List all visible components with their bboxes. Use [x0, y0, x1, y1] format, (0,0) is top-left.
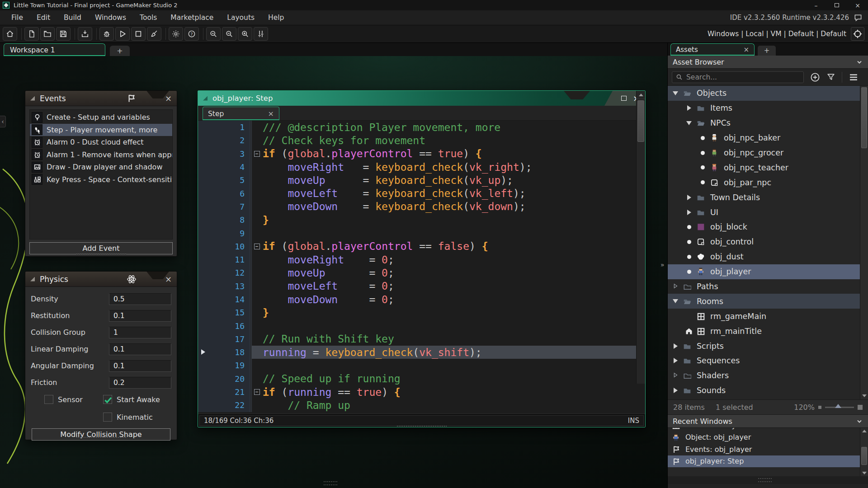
minimize-button[interactable]: –: [806, 0, 826, 10]
physics-field-input[interactable]: 0.1: [109, 360, 171, 372]
code-line[interactable]: 11 moveRight = 0;: [198, 253, 645, 266]
menu-button[interactable]: [849, 72, 859, 82]
breakpoint-margin[interactable]: [198, 253, 227, 266]
code-line[interactable]: 12 moveUp = 0;: [198, 266, 645, 279]
breakpoint-margin[interactable]: [198, 372, 227, 385]
code-line[interactable]: 17// Run with Shift key: [198, 333, 645, 346]
code-line-content[interactable]: [251, 359, 645, 372]
recent-window-item[interactable]: Object: obj_player: [668, 432, 868, 444]
breakpoint-margin[interactable]: [198, 160, 227, 174]
line-number[interactable]: 1: [227, 121, 250, 134]
code-line-content[interactable]: }: [251, 213, 645, 226]
line-number[interactable]: 18: [227, 346, 250, 359]
line-number[interactable]: 15: [227, 306, 250, 319]
line-number[interactable]: 2: [227, 134, 250, 147]
asset-browser-dropdown[interactable]: Asset Browser: [668, 56, 868, 69]
menu-item-edit[interactable]: Edit: [30, 10, 57, 25]
line-number[interactable]: 21: [227, 385, 250, 399]
code-scrollbar[interactable]: [636, 91, 645, 384]
line-number[interactable]: 3: [227, 147, 250, 160]
open-project-button[interactable]: [40, 27, 55, 41]
breakpoint-margin[interactable]: [198, 187, 227, 200]
save-project-button[interactable]: [56, 27, 71, 41]
target-manager-button[interactable]: [851, 27, 864, 41]
kinematic-checkbox[interactable]: [103, 413, 112, 422]
zoom-reset-button[interactable]: [222, 27, 236, 41]
scrollbar-thumb[interactable]: [637, 100, 644, 142]
tree-item-scripts[interactable]: Scripts: [668, 338, 868, 353]
line-number[interactable]: 5: [227, 174, 250, 187]
line-number[interactable]: 22: [227, 399, 250, 412]
tree-arrow-icon[interactable]: [685, 195, 693, 200]
code-line[interactable]: 16: [198, 319, 645, 332]
zoom-slider-thumb[interactable]: [835, 404, 841, 408]
tree-item-obj_par_npc[interactable]: obj_par_npc: [668, 175, 868, 190]
tree-item-rooms[interactable]: Rooms: [668, 294, 868, 309]
tree-arrow-icon[interactable]: [685, 105, 693, 111]
code-line[interactable]: 18running = keyboard_check(vk_shift);: [198, 346, 645, 359]
code-line-content[interactable]: [251, 319, 645, 332]
tree-item-obj_player[interactable]: obj_player: [668, 264, 868, 279]
menu-item-windows[interactable]: Windows: [88, 10, 133, 25]
add-asset-button[interactable]: [810, 72, 820, 82]
breakpoint-margin[interactable]: [198, 147, 227, 160]
panel-expand-handle[interactable]: »: [660, 261, 665, 268]
breakpoint-margin[interactable]: [198, 399, 227, 412]
breakpoint-margin[interactable]: [198, 200, 227, 213]
code-line[interactable]: 2// Check keys for movement: [198, 134, 645, 147]
zoom-slider[interactable]: [825, 407, 854, 408]
breakpoint-margin[interactable]: [198, 174, 227, 187]
code-line[interactable]: 22 // Ramp up: [198, 399, 645, 412]
line-number[interactable]: 20: [227, 372, 250, 385]
recent-scrollbar[interactable]: [860, 428, 868, 476]
collapsed-dock-arrow[interactable]: ‹: [0, 116, 6, 127]
tab-workspace-1[interactable]: Workspace 1: [4, 43, 105, 56]
tree-arrow-icon[interactable]: [671, 299, 679, 303]
line-number[interactable]: 19: [227, 359, 250, 372]
breakpoint-margin[interactable]: [198, 240, 227, 253]
code-line[interactable]: 21−if (running == true) {: [198, 385, 645, 399]
code-line-content[interactable]: [251, 226, 645, 239]
recent-windows-dropdown[interactable]: Recent Windows: [668, 414, 868, 428]
event-item[interactable]: Create - Setup and variables: [30, 111, 172, 124]
event-item[interactable]: Draw - Draw player and shadow: [30, 161, 172, 174]
tree-item-obj_npc_grocer[interactable]: obj_npc_grocer: [668, 145, 868, 160]
tree-item-ui[interactable]: UI: [668, 205, 868, 220]
feedback-chat-icon[interactable]: [854, 13, 863, 22]
add-panel-tab-button[interactable]: +: [758, 46, 776, 56]
code-line-content[interactable]: moveLeft = keyboard_check(vk_left);: [251, 187, 645, 200]
line-number[interactable]: 11: [227, 253, 250, 266]
scroll-down-arrow[interactable]: [862, 394, 867, 397]
line-number[interactable]: 6: [227, 187, 250, 200]
stop-button[interactable]: [131, 27, 146, 41]
zoom-small-icon[interactable]: [818, 406, 821, 409]
add-workspace-button[interactable]: +: [110, 46, 130, 56]
recent-window-item[interactable]: Events: obj_player: [668, 443, 868, 455]
scroll-up-arrow[interactable]: [637, 91, 645, 99]
tree-arrow-icon[interactable]: [671, 91, 679, 95]
tree-arrow-icon[interactable]: [671, 343, 679, 349]
code-line-content[interactable]: }: [251, 306, 645, 319]
breakpoint-margin[interactable]: [198, 293, 227, 306]
line-number[interactable]: 4: [227, 160, 250, 174]
events-close-icon[interactable]: ×: [165, 94, 172, 103]
settings-button[interactable]: [169, 27, 183, 41]
breakpoint-margin[interactable]: [198, 333, 227, 346]
breakpoint-margin[interactable]: [198, 121, 227, 134]
tree-item-rm_gamemain[interactable]: rm_gameMain: [668, 309, 868, 324]
menu-item-marketplace[interactable]: Marketplace: [164, 10, 220, 25]
collapse-triangle-icon[interactable]: [30, 96, 35, 101]
tree-item-obj_dust[interactable]: obj_dust: [668, 249, 868, 264]
code-line-content[interactable]: moveUp = keyboard_check(vk_up);: [251, 174, 645, 187]
line-number[interactable]: 12: [227, 266, 250, 279]
tree-item-obj_npc_teacher[interactable]: obj_npc_teacher: [668, 160, 868, 175]
breakpoint-margin[interactable]: [198, 134, 227, 147]
fold-collapse-icon[interactable]: −: [254, 389, 260, 395]
line-number[interactable]: 14: [227, 293, 250, 306]
tree-item-sounds[interactable]: Sounds: [668, 383, 868, 398]
fold-collapse-icon[interactable]: −: [254, 151, 260, 157]
breakpoint-margin[interactable]: [198, 385, 227, 399]
resize-grip[interactable]: [397, 426, 447, 427]
event-item[interactable]: Alarm 0 - Dust cloud effect: [30, 136, 172, 149]
tab-assets[interactable]: Assets ×: [670, 43, 755, 56]
